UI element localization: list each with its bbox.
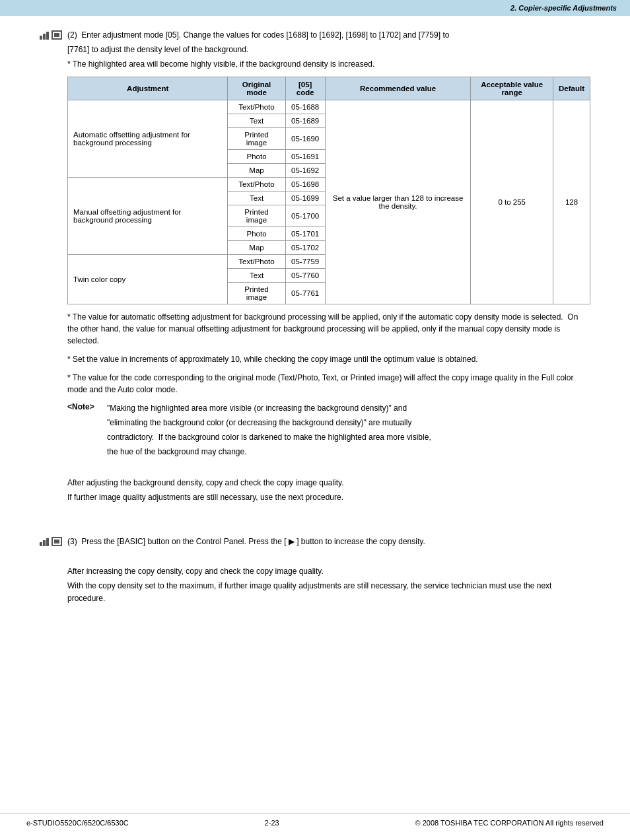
step-2-icons — [40, 30, 62, 40]
step-2-line2: [7761] to adjust the density level of th… — [67, 44, 590, 55]
film-icon-2 — [52, 537, 62, 546]
note-section: <Note> "Making the highlighted area more… — [67, 402, 590, 460]
step-2-text: (2) Enter adjustment mode [05]. Change t… — [67, 29, 590, 506]
step-2-asterisk: * The highlighted area will become highl… — [67, 58, 590, 70]
code-cell: 05-7759 — [285, 255, 325, 269]
page-footer: e-STUDIO5520C/6520C/6530C 2-23 © 2008 TO… — [0, 813, 630, 827]
mode-cell: Map — [228, 164, 285, 178]
step-3-instruction: Press the [BASIC] button on the Control … — [81, 537, 425, 546]
footnote-1-text: * The value for automatic offsetting adj… — [67, 311, 590, 347]
mode-cell: Text/Photo — [228, 100, 285, 114]
code-cell: 05-1699 — [285, 192, 325, 205]
step-3-icons — [40, 537, 62, 546]
recommended-cell: Set a value larger than 128 to increase … — [325, 100, 471, 304]
step-3-row: (3) Press the [BASIC] button on the Cont… — [40, 536, 590, 608]
bar-chart-icon — [40, 30, 52, 40]
mode-cell: Text — [228, 114, 285, 128]
code-cell: 05-7760 — [285, 269, 325, 283]
acceptable-cell: 0 to 255 — [471, 100, 553, 304]
step-3-after2: With the copy density set to the maximum… — [67, 580, 590, 605]
footer-page: 2-23 — [265, 819, 279, 827]
step-2-text1: Enter adjustment mode [05]. Change the v… — [81, 30, 449, 40]
adjustment-label: Automatic offsetting adjustment for back… — [68, 100, 228, 178]
footnote-2-text: * Set the value in increments of approxi… — [67, 353, 590, 365]
mode-cell: Photo — [228, 227, 285, 241]
note-line-3: contradictory. If the background color i… — [107, 431, 590, 443]
col-recommended: Recommended value — [325, 77, 471, 100]
code-cell: 05-1698 — [285, 178, 325, 192]
footer-copyright: © 2008 TOSHIBA TEC CORPORATION All right… — [415, 819, 604, 827]
step-3-number: (3) — [67, 537, 77, 546]
mode-cell: Text — [228, 269, 285, 283]
step-3-line: (3) Press the [BASIC] button on the Cont… — [67, 536, 590, 547]
note-content: "Making the highlighted area more visibl… — [107, 402, 590, 460]
step-3-after1: After increasing the copy density, copy … — [67, 565, 590, 577]
note-line-2: "eliminating the background color (or de… — [107, 417, 590, 429]
col-adjustment: Adjustment — [68, 77, 228, 100]
note-line-1: "Making the highlighted area more visibl… — [107, 402, 590, 414]
step-2-number: (2) — [67, 30, 77, 40]
step-2-line1: (2) Enter adjustment mode [05]. Change t… — [67, 29, 590, 41]
after-note-line2: If further image quality adjustments are… — [67, 491, 590, 503]
film-icon — [52, 30, 62, 40]
col-acceptable: Acceptable value range — [471, 77, 553, 100]
page-header: 2. Copier-specific Adjustments — [0, 0, 630, 16]
col-05-code: [05] code — [285, 77, 325, 100]
col-default: Default — [553, 77, 590, 100]
mode-cell: Photo — [228, 150, 285, 164]
code-cell: 05-1692 — [285, 164, 325, 178]
note-label: <Note> — [67, 402, 107, 460]
code-cell: 05-1701 — [285, 227, 325, 241]
code-cell: 05-1689 — [285, 114, 325, 128]
footnote-3-text: * The value for the code corresponding t… — [67, 372, 590, 396]
footnote-3: * The value for the code corresponding t… — [67, 372, 590, 396]
adjustment-label: Twin color copy — [68, 255, 228, 304]
code-cell: 05-1700 — [285, 205, 325, 227]
code-cell: 05-1690 — [285, 128, 325, 150]
footnote-1: * The value for automatic offsetting adj… — [67, 311, 590, 347]
code-cell: 05-7761 — [285, 283, 325, 304]
code-cell: 05-1702 — [285, 241, 325, 255]
code-cell: 05-1691 — [285, 150, 325, 164]
chapter-title: 2. Copier-specific Adjustments — [510, 4, 617, 12]
after-note-line1: After adjusting the background density, … — [67, 477, 590, 489]
mode-cell: Text — [228, 192, 285, 205]
mode-cell: Text/Photo — [228, 255, 285, 269]
adjustment-label: Manual offsetting adjustment for backgro… — [68, 178, 228, 255]
step-3-text: (3) Press the [BASIC] button on the Cont… — [67, 536, 590, 608]
code-cell: 05-1688 — [285, 100, 325, 114]
mode-cell: Printed image — [228, 205, 285, 227]
step-2-row: (2) Enter adjustment mode [05]. Change t… — [40, 29, 590, 506]
footnote-2: * Set the value in increments of approxi… — [67, 353, 590, 365]
footer-model: e-STUDIO5520C/6520C/6530C — [26, 819, 129, 827]
note-line-4: the hue of the background may change. — [107, 446, 590, 458]
adjustment-table: Adjustment Original mode [05] code Recom… — [67, 77, 590, 304]
col-original-mode: Original mode — [228, 77, 285, 100]
bar-chart-icon-2 — [40, 537, 52, 546]
mode-cell: Printed image — [228, 128, 285, 150]
mode-cell: Map — [228, 241, 285, 255]
mode-cell: Printed image — [228, 283, 285, 304]
default-cell: 128 — [553, 100, 590, 304]
mode-cell: Text/Photo — [228, 178, 285, 192]
